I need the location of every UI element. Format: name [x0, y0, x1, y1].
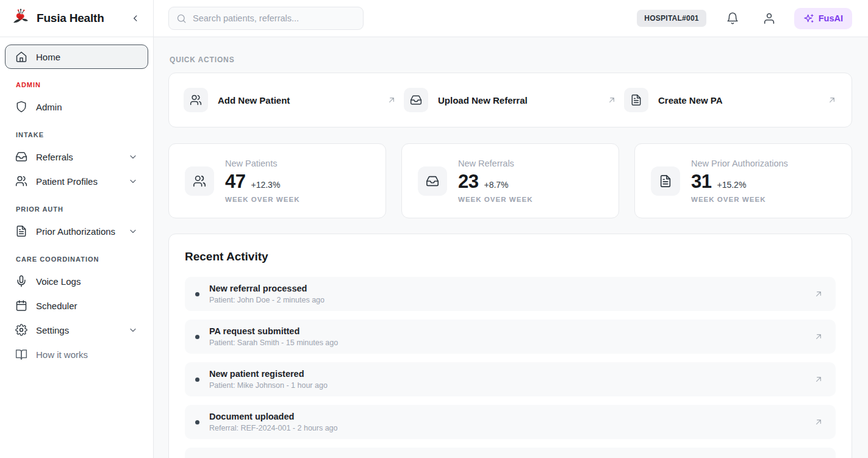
sidebar-item-label: Settings [36, 325, 69, 335]
stat-label: New Patients [225, 159, 299, 168]
sidebar-header: Fusia Health [0, 0, 153, 37]
stat-value: 23 [458, 171, 478, 193]
arrow-up-right-icon [814, 289, 823, 299]
book-open-icon [15, 348, 27, 360]
quick-action-label: Upload New Referral [438, 95, 528, 106]
sidebar-item-admin[interactable]: Admin [5, 95, 148, 119]
activity-item-subtitle: Patient: John Doe - 2 minutes ago [209, 296, 325, 304]
sidebar-item-label: Home [36, 52, 60, 62]
activity-dot [195, 420, 199, 424]
sidebar-item-patient-profiles[interactable]: Patient Profiles [5, 169, 148, 193]
sidebar-item-how-it-works[interactable]: How it works [5, 342, 148, 367]
file-text-icon [15, 225, 27, 237]
stat-delta: +8.7% [484, 180, 508, 190]
sidebar-item-label: Prior Authorizations [36, 226, 115, 237]
chevron-down-icon [128, 226, 138, 236]
sidebar-item-home[interactable]: Home [5, 45, 148, 69]
stat-card-new-referrals: New Referrals 23 +8.7% WEEK OVER WEEK [401, 143, 619, 218]
section-label-intake: INTAKE [5, 119, 148, 145]
activity-item-patient-registered[interactable]: New patient registered Patient: Mike Joh… [185, 362, 836, 396]
add-new-patient-action[interactable]: Add New Patient [184, 88, 404, 112]
activity-item-partial[interactable] [185, 448, 836, 458]
arrow-up-right-icon [814, 332, 823, 342]
activity-item-subtitle: Referral: REF-2024-001 - 2 hours ago [209, 424, 338, 432]
fusia-flower-logo-icon [10, 8, 30, 29]
arrow-up-right-icon [827, 95, 837, 105]
sidebar-collapse-button[interactable] [127, 10, 143, 26]
inbox-icon [15, 151, 27, 163]
sidebar-item-label: How it works [36, 349, 88, 360]
account-button[interactable] [759, 8, 780, 29]
sidebar-nav: Home ADMIN Admin INTAKE Referrals Patien… [0, 37, 153, 367]
sidebar-item-prior-authorizations[interactable]: Prior Authorizations [5, 219, 148, 243]
home-icon [15, 51, 27, 63]
inbox-icon [418, 166, 447, 196]
sidebar-item-label: Referrals [36, 152, 73, 162]
gear-icon [15, 324, 27, 336]
sidebar-item-label: Voice Logs [36, 276, 81, 287]
users-icon [185, 166, 214, 196]
recent-activity-card: Recent Activity New referral processed P… [168, 234, 852, 458]
sidebar-item-voice-logs[interactable]: Voice Logs [5, 269, 148, 293]
chevron-down-icon [128, 176, 138, 186]
users-icon [15, 175, 27, 187]
file-text-icon [651, 166, 680, 196]
fusai-button[interactable]: FusAI [794, 8, 852, 29]
chevron-down-icon [128, 152, 138, 162]
fusai-label: FusAI [819, 13, 843, 23]
activity-item-subtitle: Patient: Mike Johnson - 1 hour ago [209, 381, 328, 390]
sidebar: Fusia Health Home ADMIN Admin INTAKE Ref… [0, 0, 154, 458]
stat-card-new-patients: New Patients 47 +12.3% WEEK OVER WEEK [168, 143, 386, 218]
shield-icon [15, 101, 27, 113]
upload-new-referral-action[interactable]: Upload New Referral [404, 88, 624, 112]
activity-item-title: Document uploaded [209, 412, 338, 421]
mic-icon [15, 275, 27, 287]
arrow-up-right-icon [607, 95, 617, 105]
arrow-up-right-icon [814, 374, 823, 384]
activity-item-referral-processed[interactable]: New referral processed Patient: John Doe… [185, 277, 836, 311]
quick-action-label: Create New PA [658, 95, 723, 106]
arrow-up-right-icon [814, 417, 823, 427]
quick-actions-card: Add New Patient Upload New Referral Crea… [168, 73, 852, 127]
users-icon [184, 88, 208, 112]
stat-caption: WEEK OVER WEEK [458, 196, 533, 203]
sidebar-item-scheduler[interactable]: Scheduler [5, 293, 148, 318]
sparkles-icon [803, 13, 814, 24]
search-input[interactable] [193, 13, 356, 23]
activity-dot [195, 335, 199, 339]
create-new-pa-action[interactable]: Create New PA [624, 88, 837, 112]
search-icon [176, 13, 187, 24]
bell-icon [726, 12, 739, 25]
sidebar-item-settings[interactable]: Settings [5, 318, 148, 342]
activity-item-document-uploaded[interactable]: Document uploaded Referral: REF-2024-001… [185, 405, 836, 439]
activity-dot [195, 292, 199, 296]
calendar-icon [15, 299, 27, 312]
quick-action-label: Add New Patient [218, 95, 290, 106]
section-label-prior-auth: PRIOR AUTH [5, 193, 148, 219]
section-label-admin: ADMIN [5, 69, 148, 95]
activity-item-title: New patient registered [209, 369, 328, 379]
sidebar-item-label: Scheduler [36, 301, 77, 311]
stat-card-new-prior-authorizations: New Prior Authorizations 31 +15.2% WEEK … [634, 143, 852, 218]
app-title: Fusia Health [37, 12, 104, 25]
sidebar-item-referrals[interactable]: Referrals [5, 145, 148, 169]
global-search[interactable] [168, 7, 364, 30]
arrow-up-right-icon [387, 95, 396, 105]
notifications-button[interactable] [722, 8, 743, 29]
activity-item-pa-submitted[interactable]: PA request submitted Patient: Sarah Smit… [185, 320, 836, 354]
topbar: HOSPITAL#001 FusAI [154, 0, 868, 37]
chevron-left-icon [130, 13, 141, 24]
stat-caption: WEEK OVER WEEK [225, 196, 299, 203]
activity-item-title: New referral processed [209, 284, 325, 293]
stat-caption: WEEK OVER WEEK [691, 196, 788, 203]
main-area: HOSPITAL#001 FusAI QUICK ACTIONS Add New… [154, 0, 868, 458]
activity-item-title: PA request submitted [209, 326, 338, 336]
user-icon [762, 12, 776, 25]
activity-dot [195, 377, 199, 382]
stats-row: New Patients 47 +12.3% WEEK OVER WEEK Ne… [168, 143, 852, 218]
sidebar-item-label: Patient Profiles [36, 176, 98, 187]
dashboard-content: QUICK ACTIONS Add New Patient Upload New… [154, 37, 868, 458]
stat-value: 47 [225, 171, 245, 193]
sidebar-item-label: Admin [36, 102, 62, 112]
hospital-badge: HOSPITAL#001 [637, 10, 706, 27]
